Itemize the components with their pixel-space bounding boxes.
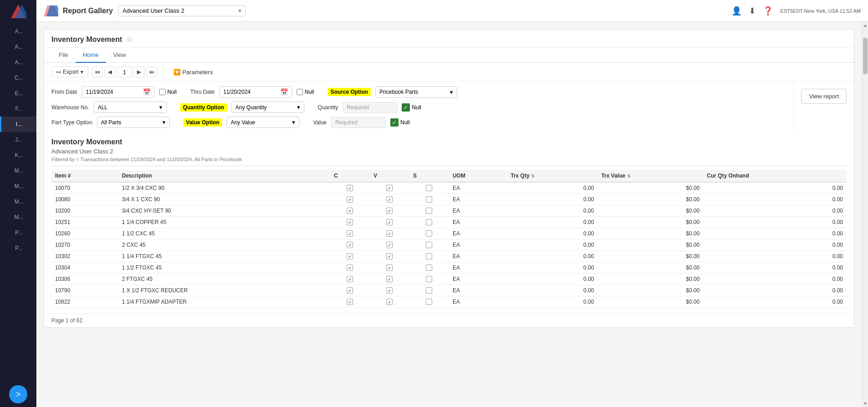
checkbox-v-10 bbox=[386, 299, 393, 305]
cell-uom-7: EA bbox=[449, 262, 507, 274]
nav-first-button[interactable]: ⏮ bbox=[92, 66, 103, 77]
from-date-null-checkbox[interactable] bbox=[159, 89, 166, 95]
cell-s-3 bbox=[409, 217, 449, 228]
quantity-null: ✓ Null bbox=[402, 103, 421, 112]
thru-date-input[interactable]: 11/20/2024 📅 bbox=[219, 86, 292, 98]
checkbox-v-8 bbox=[386, 276, 393, 282]
table-title: Inventory Movement bbox=[51, 138, 847, 146]
table-footer: Page 1 of 62 bbox=[44, 313, 854, 327]
sidebar-item-1[interactable]: A... bbox=[0, 39, 36, 55]
cell-c-0 bbox=[330, 182, 370, 194]
checkbox-c-10 bbox=[347, 299, 353, 305]
report-selector[interactable]: Advanced User Class 2 ▾ bbox=[118, 5, 246, 16]
trx-qty-sort-icon[interactable]: ⇅ bbox=[531, 173, 535, 178]
cell-trx-val-1: $0.00 bbox=[598, 194, 703, 205]
main-area: Report Gallery Advanced User Class 2 ▾ 👤… bbox=[36, 0, 868, 407]
source-option-value: Pricebook Parts bbox=[379, 89, 448, 95]
cell-trx-val-5: $0.00 bbox=[598, 239, 703, 251]
quantity-option-select[interactable]: Any Quantity ▾ bbox=[232, 102, 304, 113]
cell-cur-qty-6: 0.00 bbox=[703, 251, 847, 262]
quantity-null-check-icon[interactable]: ✓ bbox=[402, 103, 410, 112]
parameters-button[interactable]: 🔽 Parameters bbox=[169, 67, 217, 77]
view-report-button[interactable]: View report bbox=[801, 89, 847, 104]
checkbox-c-8 bbox=[347, 276, 353, 282]
sidebar-item-7[interactable]: J... bbox=[0, 132, 36, 148]
cell-cur-qty-4: 0.00 bbox=[703, 228, 847, 239]
cell-s-9 bbox=[409, 285, 449, 296]
source-option-label: Source Option bbox=[328, 88, 371, 96]
nav-prev-button[interactable]: ◀ bbox=[105, 66, 116, 77]
download-icon[interactable]: ⬇ bbox=[749, 6, 756, 16]
checkbox-c-5 bbox=[347, 242, 353, 248]
cell-trx-val-4: $0.00 bbox=[598, 228, 703, 239]
cell-desc-6: 1 1/4 FTGXC 45 bbox=[118, 251, 330, 262]
checkbox-v-4 bbox=[386, 230, 393, 237]
col-v: V bbox=[370, 170, 409, 182]
source-option-select[interactable]: Pricebook Parts ▾ bbox=[375, 86, 457, 98]
nav-next-button[interactable]: ▶ bbox=[134, 66, 145, 77]
sidebar-item-0[interactable]: A... bbox=[0, 24, 36, 39]
quantity-input[interactable]: Required bbox=[343, 102, 397, 113]
help-icon[interactable]: ❓ bbox=[763, 6, 773, 16]
cell-cur-qty-2: 0.00 bbox=[703, 205, 847, 217]
cell-uom-1: EA bbox=[449, 194, 507, 205]
value-null-check-icon[interactable]: ✓ bbox=[390, 118, 399, 127]
table-row: 10302 1 1/4 FTGXC 45 EA 0.00 $0.00 0.00 bbox=[51, 251, 847, 262]
sidebar-item-6[interactable]: I... bbox=[0, 117, 36, 132]
from-date-input[interactable]: 11/19/2024 📅 bbox=[82, 86, 155, 98]
thru-calendar-icon[interactable]: 📅 bbox=[280, 88, 288, 96]
sidebar-item-10[interactable]: M... bbox=[0, 178, 36, 194]
checkbox-v-2 bbox=[386, 208, 393, 214]
table-row: 10306 2 FTGXC 45 EA 0.00 $0.00 0.00 bbox=[51, 274, 847, 285]
favorite-icon[interactable]: ☆ bbox=[126, 35, 132, 44]
cell-v-8 bbox=[370, 274, 409, 285]
sidebar-item-3[interactable]: C... bbox=[0, 70, 36, 86]
tab-view[interactable]: View bbox=[106, 48, 133, 63]
table-row: 10822 1 1/4 FTGXMIP ADAPTER EA 0.00 $0.0… bbox=[51, 296, 847, 308]
cell-desc-10: 1 1/4 FTGXMIP ADAPTER bbox=[118, 296, 330, 308]
sidebar-item-8[interactable]: K... bbox=[0, 148, 36, 163]
table-row: 10251 1 1/4 COPPER 45 EA 0.00 $0.00 0.00 bbox=[51, 217, 847, 228]
table-row: 10080 3/4 X 1 CXC 90 EA 0.00 $0.00 0.00 bbox=[51, 194, 847, 205]
user-icon[interactable]: 👤 bbox=[732, 6, 742, 16]
checkbox-c-6 bbox=[347, 253, 353, 259]
cell-c-7 bbox=[330, 262, 370, 274]
scroll-thumb[interactable] bbox=[863, 38, 868, 74]
from-date-value: 11/19/2024 bbox=[86, 89, 140, 95]
sidebar-item-4[interactable]: E... bbox=[0, 86, 36, 101]
value-null: ✓ Null bbox=[390, 118, 410, 127]
value-option-select[interactable]: Any Value ▾ bbox=[227, 117, 299, 128]
sidebar-item-11[interactable]: M... bbox=[0, 194, 36, 209]
cell-c-6 bbox=[330, 251, 370, 262]
sidebar-item-5[interactable]: F... bbox=[0, 101, 36, 117]
export-button[interactable]: ↦ Export ▾ bbox=[51, 66, 88, 77]
sidebar-item-9[interactable]: M... bbox=[0, 163, 36, 178]
warehouse-select[interactable]: ALL ▾ bbox=[94, 102, 167, 113]
nav-last-button[interactable]: ⏭ bbox=[146, 66, 157, 77]
sidebar-item-14[interactable]: P... bbox=[0, 240, 36, 256]
value-input[interactable]: Required bbox=[331, 117, 386, 128]
tab-file[interactable]: File bbox=[51, 48, 76, 63]
thru-date-null-checkbox[interactable] bbox=[297, 89, 303, 95]
part-type-select[interactable]: All Parts ▾ bbox=[97, 117, 170, 128]
sidebar-logo bbox=[5, 4, 32, 20]
trx-val-sort-icon[interactable]: ⇅ bbox=[627, 173, 631, 178]
col-c: C bbox=[330, 170, 370, 182]
cell-s-10 bbox=[409, 296, 449, 308]
calendar-icon[interactable]: 📅 bbox=[143, 88, 151, 96]
sidebar-item-13[interactable]: P... bbox=[0, 225, 36, 240]
cell-c-9 bbox=[330, 285, 370, 296]
scroll-down-button[interactable]: ▼ bbox=[862, 400, 868, 407]
checkbox-v-6 bbox=[386, 253, 393, 259]
topbar-right: 👤 ⬇ ❓ EST5EDT-New York, USA 11:52 AM bbox=[732, 6, 861, 16]
table-row: 10270 2 CXC 45 EA 0.00 $0.00 0.00 bbox=[51, 239, 847, 251]
sidebar-item-12[interactable]: M... bbox=[0, 209, 36, 225]
col-uom: UOM bbox=[449, 170, 507, 182]
scroll-up-button[interactable]: ▲ bbox=[862, 22, 868, 29]
sidebar-toggle-button[interactable]: > bbox=[9, 385, 27, 403]
value-option-label: Value Option bbox=[183, 118, 222, 127]
parameters-label: Parameters bbox=[182, 69, 213, 76]
cell-uom-2: EA bbox=[449, 205, 507, 217]
tab-home[interactable]: Home bbox=[76, 48, 106, 63]
sidebar-item-2[interactable]: A... bbox=[0, 55, 36, 70]
